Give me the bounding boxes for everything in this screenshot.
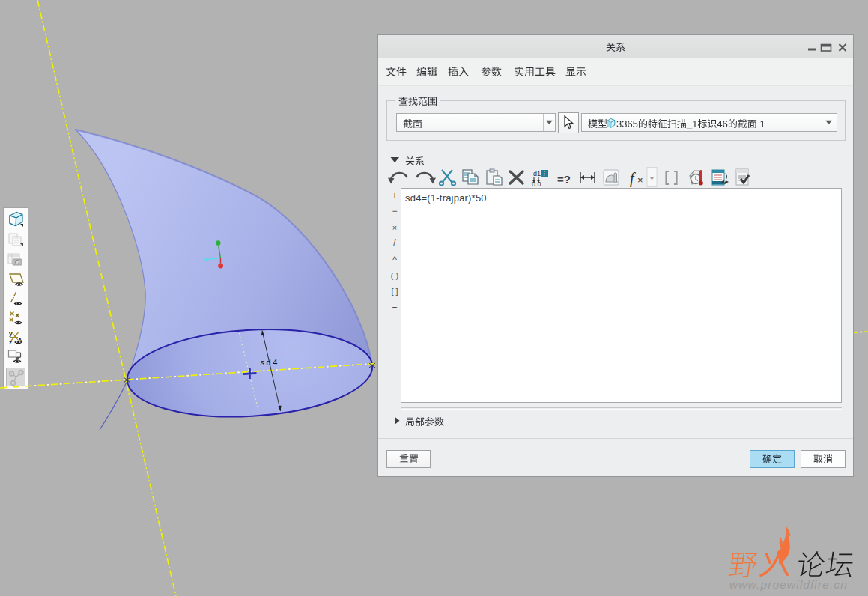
svg-text:i: i — [544, 171, 545, 177]
svg-text:www.proewildfire.cn: www.proewildfire.cn — [729, 578, 848, 591]
svg-text:sd4: sd4 — [261, 358, 280, 367]
svg-text:0.0: 0.0 — [532, 180, 541, 188]
svg-text:f: f — [630, 170, 636, 187]
svg-text:d1: d1 — [533, 170, 541, 177]
svg-text:y: y — [9, 330, 13, 337]
svg-text:=?: =? — [557, 173, 571, 186]
svg-text:×: × — [637, 174, 643, 186]
